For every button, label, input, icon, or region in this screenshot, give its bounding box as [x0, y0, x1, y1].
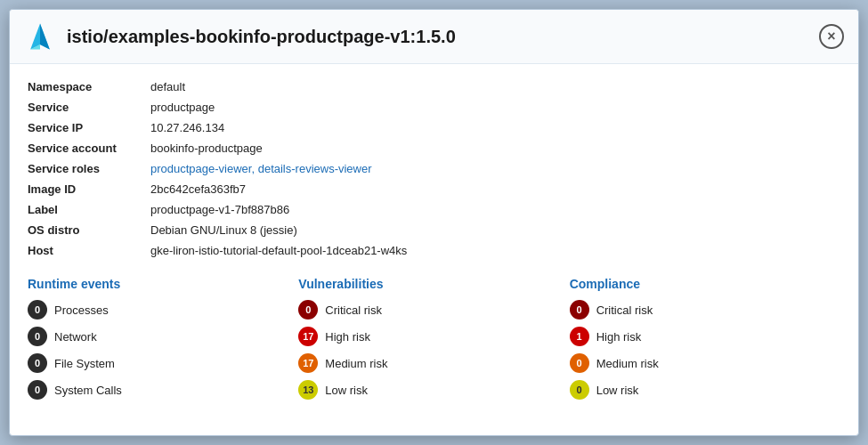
info-grid: NamespacedefaultServiceproductpageServic… [28, 78, 840, 259]
info-label: Image ID [28, 181, 143, 198]
info-value: bookinfo-productpage [150, 140, 840, 157]
sections-row: Runtime events 0Processes0Network0File S… [28, 277, 840, 407]
info-label: Namespace [28, 78, 143, 95]
list-item[interactable]: 1High risk [570, 327, 840, 346]
list-item[interactable]: 0System Calls [28, 380, 298, 400]
count-badge: 0 [28, 300, 47, 320]
vulnerabilities-list: 0Critical risk17High risk17Medium risk13… [298, 300, 569, 400]
vulnerabilities-section: Vulnerabilities 0Critical risk17High ris… [298, 277, 569, 407]
info-label: Service account [28, 140, 143, 157]
item-label: Critical risk [325, 303, 382, 317]
close-button[interactable]: × [819, 24, 844, 49]
count-badge: 1 [570, 327, 589, 346]
item-label: System Calls [54, 384, 122, 397]
modal-body: NamespacedefaultServiceproductpageServic… [10, 64, 858, 435]
info-value: default [150, 78, 840, 95]
runtime-events-list: 0Processes0Network0File System0System Ca… [28, 300, 298, 400]
list-item[interactable]: 0Critical risk [298, 300, 569, 320]
info-label: Service IP [28, 119, 143, 136]
count-badge: 0 [570, 353, 589, 373]
list-item[interactable]: 17High risk [298, 327, 569, 346]
item-label: Low risk [325, 384, 368, 397]
istio-logo [24, 20, 56, 53]
list-item[interactable]: 0Network [28, 327, 298, 346]
list-item[interactable]: 0File System [28, 353, 298, 373]
compliance-section: Compliance 0Critical risk1High risk0Medi… [570, 277, 840, 407]
info-value: productpage-v1-7bf887b86 [150, 201, 840, 218]
info-value: 10.27.246.134 [150, 119, 840, 136]
info-label: Service [28, 99, 143, 116]
info-value: gke-liron-istio-tutorial-default-pool-1d… [150, 242, 840, 259]
modal-dialog: istio/examples-bookinfo-productpage-v1:1… [9, 9, 859, 436]
item-label: File System [54, 357, 115, 370]
item-label: Processes [54, 303, 109, 317]
info-label: OS distro [28, 222, 143, 239]
info-value[interactable]: productpage-viewer, details-reviews-view… [150, 160, 840, 177]
count-badge: 0 [298, 300, 318, 320]
compliance-title: Compliance [570, 277, 840, 291]
count-badge: 0 [28, 327, 47, 346]
item-label: Low risk [596, 384, 639, 397]
item-label: High risk [325, 330, 370, 344]
count-badge: 0 [28, 380, 47, 400]
info-value: Debian GNU/Linux 8 (jessie) [150, 222, 840, 239]
runtime-events-title: Runtime events [28, 277, 298, 291]
list-item[interactable]: 13Low risk [298, 380, 569, 400]
count-badge: 0 [28, 353, 47, 373]
count-badge: 17 [298, 353, 318, 373]
list-item[interactable]: 0Medium risk [570, 353, 840, 373]
runtime-events-section: Runtime events 0Processes0Network0File S… [28, 277, 298, 407]
info-label: Service roles [28, 160, 143, 177]
info-label: Host [28, 242, 143, 259]
list-item[interactable]: 0Critical risk [570, 300, 840, 320]
count-badge: 13 [298, 380, 318, 400]
info-value: 2bc642cefa363fb7 [150, 181, 840, 198]
item-label: Network [54, 330, 97, 344]
item-label: Medium risk [325, 357, 387, 370]
info-value: productpage [150, 99, 840, 116]
item-label: High risk [596, 330, 642, 344]
list-item[interactable]: 17Medium risk [298, 353, 569, 373]
vulnerabilities-title: Vulnerabilities [298, 277, 569, 291]
compliance-list: 0Critical risk1High risk0Medium risk0Low… [570, 300, 840, 400]
modal-header: istio/examples-bookinfo-productpage-v1:1… [10, 10, 858, 64]
item-label: Medium risk [596, 357, 659, 370]
svg-marker-1 [40, 24, 50, 50]
list-item[interactable]: 0Low risk [570, 380, 840, 400]
item-label: Critical risk [596, 303, 653, 317]
list-item[interactable]: 0Processes [28, 300, 298, 320]
count-badge: 17 [298, 327, 318, 346]
modal-title: istio/examples-bookinfo-productpage-v1:1… [67, 27, 808, 47]
count-badge: 0 [570, 380, 589, 400]
info-label: Label [28, 201, 143, 218]
count-badge: 0 [570, 300, 589, 320]
